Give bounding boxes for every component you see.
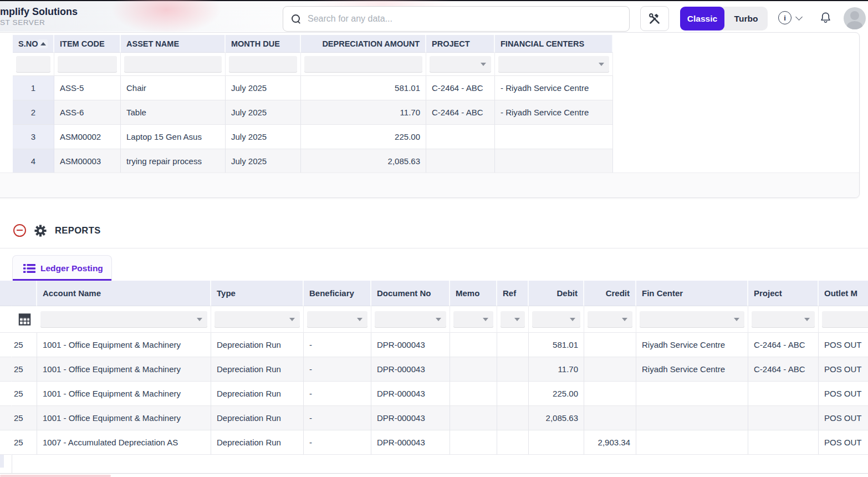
table-cell bbox=[636, 382, 748, 406]
gear-icon[interactable] bbox=[34, 225, 47, 237]
table-cell bbox=[497, 333, 529, 357]
sort-ascending-icon[interactable] bbox=[38, 39, 48, 48]
column-header-memo[interactable]: Memo bbox=[450, 281, 497, 306]
credit-filter-dropdown[interactable] bbox=[588, 311, 632, 328]
project-filter-dropdown[interactable] bbox=[752, 311, 815, 328]
column-header-ref[interactable]: Ref bbox=[497, 281, 529, 306]
list-icon bbox=[23, 263, 35, 273]
table-cell: DPR-000043 bbox=[371, 382, 450, 406]
reports-title: REPORTS bbox=[55, 225, 101, 236]
outlet-filter-input[interactable] bbox=[822, 311, 868, 328]
column-header-financial-centers[interactable]: FINANCIAL CENTERS bbox=[495, 35, 613, 53]
classic-mode-button[interactable]: Classic bbox=[680, 7, 724, 31]
table-cell bbox=[497, 430, 529, 455]
table-cell bbox=[0, 430, 12, 455]
info-menu[interactable]: i bbox=[778, 11, 801, 24]
table-cell bbox=[495, 149, 613, 174]
notifications-button[interactable] bbox=[819, 11, 832, 27]
table-cell bbox=[450, 430, 497, 455]
filter-cell-memo bbox=[450, 306, 497, 333]
column-header-document-no[interactable]: Document No bbox=[371, 281, 450, 306]
global-search[interactable] bbox=[283, 6, 630, 32]
beneficiary-filter-dropdown[interactable] bbox=[307, 311, 367, 328]
asset-name-filter-input[interactable] bbox=[124, 56, 222, 73]
collapse-section-icon[interactable] bbox=[13, 224, 26, 237]
sno-filter-input[interactable] bbox=[16, 56, 50, 73]
table-cell: 1001 - Office Equipment & Machinery bbox=[37, 406, 211, 430]
filter-cell-outlet bbox=[819, 306, 868, 333]
project-filter-dropdown[interactable] bbox=[430, 56, 491, 73]
logo-title: mplify Solutions bbox=[0, 6, 78, 18]
dropdown-arrow-icon bbox=[734, 318, 739, 321]
table-cell: 581.01 bbox=[529, 333, 584, 357]
bell-icon bbox=[819, 11, 832, 24]
column-header-project[interactable]: PROJECT bbox=[426, 35, 495, 53]
fin-center-filter-dropdown[interactable] bbox=[640, 311, 744, 328]
filter-cell-month-due bbox=[226, 53, 301, 76]
table-cell: C-2464 - ABC bbox=[748, 357, 819, 382]
table-cell bbox=[0, 406, 12, 430]
info-icon: i bbox=[778, 11, 792, 24]
tab-ledger-posting[interactable]: Ledger Posting bbox=[12, 255, 112, 281]
account-name-filter-dropdown[interactable] bbox=[40, 311, 207, 328]
table-cell: July 2025 bbox=[226, 100, 301, 125]
filter-cell-item-code bbox=[54, 53, 121, 76]
debit-filter-dropdown[interactable] bbox=[532, 311, 580, 328]
column-header-asset-name[interactable]: ASSET NAME bbox=[121, 35, 226, 53]
column-header-sno[interactable]: S.NO bbox=[13, 35, 54, 53]
month-due-filter-input[interactable] bbox=[229, 56, 297, 73]
table-cell: Depreciation Run bbox=[211, 333, 304, 357]
column-header-account-name[interactable]: Account Name bbox=[37, 281, 211, 306]
table-cell: C-2464 - ABC bbox=[426, 76, 495, 100]
column-header-type[interactable]: Type bbox=[211, 281, 304, 306]
decorative-pink-glow bbox=[111, 0, 222, 34]
mode-toggle-group: Classic Turbo bbox=[680, 7, 768, 31]
table-cell: DPR-000043 bbox=[371, 333, 450, 357]
table-cell: C-2464 - ABC bbox=[426, 100, 495, 125]
table-cell: Depreciation Run bbox=[211, 406, 304, 430]
column-header-debit[interactable]: Debit bbox=[529, 281, 584, 306]
horizontal-scrollbar[interactable] bbox=[0, 475, 111, 477]
user-avatar[interactable] bbox=[844, 7, 866, 29]
table-cell: POS OUT bbox=[819, 430, 868, 455]
app-logo[interactable]: mplify Solutions ST SERVER bbox=[0, 6, 78, 27]
section-divider bbox=[0, 248, 868, 248]
column-border bbox=[12, 455, 12, 473]
table-cell bbox=[450, 333, 497, 357]
grid-icon[interactable] bbox=[18, 312, 31, 327]
table-cell: ASS-5 bbox=[54, 76, 121, 100]
column-header-depreciation-amount[interactable]: DEPRECIATION AMOUNT bbox=[301, 35, 426, 53]
table-cell: DPR-000043 bbox=[371, 430, 450, 455]
dropdown-arrow-icon bbox=[481, 63, 486, 66]
table-cell: 25 bbox=[12, 382, 37, 406]
type-filter-dropdown[interactable] bbox=[215, 311, 300, 328]
tools-button[interactable] bbox=[640, 6, 669, 31]
ref-filter-dropdown[interactable] bbox=[501, 311, 525, 328]
column-header-outlet[interactable]: Outlet M bbox=[819, 281, 868, 306]
financial-centers-filter-dropdown[interactable] bbox=[498, 56, 609, 73]
column-header-fin-center[interactable]: Fin Center bbox=[636, 281, 748, 306]
turbo-mode-button[interactable]: Turbo bbox=[724, 7, 768, 31]
table-cell: 4 bbox=[13, 149, 54, 174]
table-cell: - bbox=[304, 382, 371, 406]
table-cell bbox=[450, 357, 497, 382]
table-cell: Laptop 15 Gen Asus bbox=[121, 125, 226, 149]
depreciation-amount-filter-input[interactable] bbox=[304, 56, 422, 73]
column-header-item-code[interactable]: ITEM CODE bbox=[54, 35, 121, 53]
depreciation-due-table: S.NO ITEM CODE ASSET NAME MONTH DUE DEPR… bbox=[13, 35, 613, 174]
chevron-down-icon bbox=[795, 13, 803, 21]
filter-cell-fin-center bbox=[636, 306, 748, 333]
column-header-credit[interactable]: Credit bbox=[584, 281, 636, 306]
column-header-beneficiary[interactable]: Beneficiary bbox=[304, 281, 371, 306]
column-header-month-due[interactable]: MONTH DUE bbox=[226, 35, 301, 53]
document-no-filter-dropdown[interactable] bbox=[375, 311, 446, 328]
memo-filter-dropdown[interactable] bbox=[453, 311, 493, 328]
item-code-filter-input[interactable] bbox=[58, 56, 117, 73]
table-cell: - bbox=[304, 430, 371, 455]
logo-subtitle: ST SERVER bbox=[0, 18, 78, 27]
search-input[interactable] bbox=[308, 14, 621, 24]
column-header-project[interactable]: Project bbox=[748, 281, 819, 306]
table-cell: 1007 - Accumulated Depreciation AS bbox=[37, 430, 211, 455]
table-cell: 25 bbox=[12, 406, 37, 430]
column-header-date[interactable] bbox=[12, 281, 37, 306]
